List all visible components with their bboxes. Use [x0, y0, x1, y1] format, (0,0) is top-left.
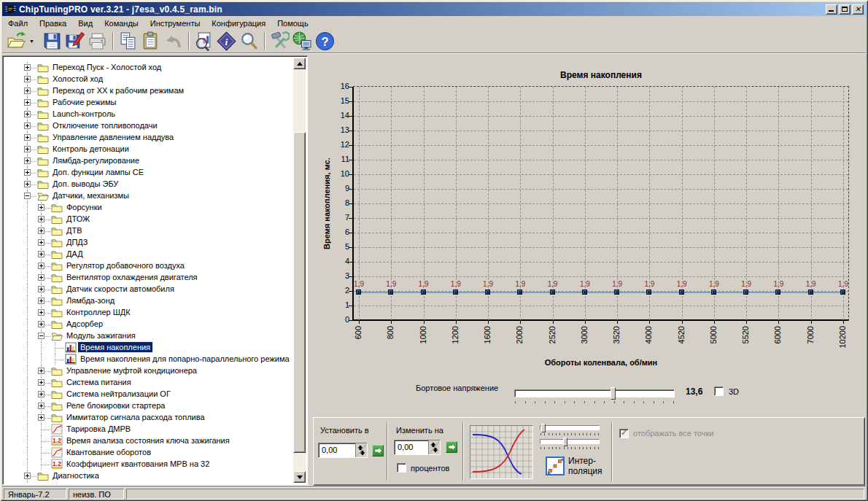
tree-item-label[interactable]: Лямбда-регулирование [50, 155, 142, 166]
data-point[interactable] [388, 290, 393, 295]
tree-item-23[interactable]: Адсорбер [4, 319, 293, 330]
tree-item-label[interactable]: Скоростной протокол [50, 482, 134, 483]
smoothing-slider-top-track[interactable] [540, 425, 600, 430]
info-button[interactable]: i [217, 31, 236, 51]
tree-item-22[interactable]: Контроллер ШДК [4, 307, 293, 319]
tree-item-label[interactable]: ДАД [64, 249, 85, 259]
tree-item-36[interactable]: Диагностика [4, 470, 293, 482]
tree-item-label-selected[interactable]: Время накопления [78, 342, 152, 352]
parameter-tree[interactable]: Переход Пуск - Холостой ходХолостой ходП… [4, 58, 293, 483]
minimize-button[interactable] [826, 4, 837, 15]
undo-button[interactable] [163, 31, 183, 51]
tree-item-label[interactable]: Квантование оборотов [64, 447, 153, 457]
expand-plus-box[interactable] [38, 321, 44, 327]
percent-checkbox[interactable] [397, 463, 406, 473]
data-point[interactable] [775, 290, 780, 295]
preview-button[interactable] [194, 31, 214, 51]
data-point[interactable] [808, 290, 813, 295]
tree-item-27[interactable]: Управление муфтой кондиционера [4, 365, 293, 377]
tree-item-26[interactable]: Время накопления для попарно-параллельно… [4, 354, 293, 365]
tree-item-30[interactable]: Реле блокировки стартера [4, 400, 293, 412]
tree-item-31[interactable]: Иммитатор сигнала расхода топлива [4, 412, 293, 424]
tree-item-label[interactable]: Доп. функции лампы СЕ [50, 167, 146, 177]
expand-plus-box[interactable] [24, 146, 31, 152]
expand-plus-box[interactable] [24, 76, 31, 82]
data-point[interactable] [743, 290, 748, 295]
tree-item-24[interactable]: Модуль зажигания [4, 330, 293, 342]
expand-plus-box[interactable] [24, 99, 31, 106]
voltage-slider-thumb[interactable] [611, 387, 616, 400]
expand-plus-box[interactable] [38, 379, 44, 386]
tree-item-label[interactable]: Переход от XX к рабочим режимам [50, 85, 186, 96]
data-point[interactable] [840, 290, 845, 295]
tree-item-label[interactable]: Регулятор добавочного воздуха [64, 260, 187, 271]
expand-plus-box[interactable] [38, 286, 44, 292]
tree-item-label[interactable]: Реле блокировки стартера [64, 400, 167, 411]
menu-Инструменты[interactable]: Инструменты [144, 18, 206, 29]
tree-item-5[interactable]: Launch-контроль [4, 109, 293, 120]
save-button[interactable] [42, 31, 62, 51]
open-file-button[interactable] [7, 31, 26, 51]
expand-plus-box[interactable] [24, 473, 31, 479]
tree-item-34[interactable]: Квантование оборотов [4, 447, 293, 459]
tree-item-label[interactable]: Холостой ход [50, 74, 105, 84]
tree-item-label[interactable]: Диагностика [50, 470, 101, 481]
tree-item-label[interactable]: Рабочие режимы [50, 97, 118, 107]
tree-item-37[interactable]: Скоростной протокол [4, 482, 293, 483]
apply-set-button[interactable] [372, 445, 384, 457]
apply-change-button[interactable] [446, 441, 457, 453]
open-dropdown-arrow[interactable]: ▼ [29, 31, 36, 51]
tree-item-20[interactable]: Датчик скорости автомобиля [4, 284, 293, 295]
tree-item-label[interactable]: Модуль зажигания [64, 330, 138, 341]
set-to-value[interactable]: 0,00 [319, 443, 355, 457]
tree-item-14[interactable]: ДТОЖ [4, 214, 293, 225]
expand-plus-box[interactable] [38, 239, 44, 246]
search-button[interactable] [239, 31, 259, 51]
tree-item-10[interactable]: Доп. функции лампы СЕ [4, 167, 293, 179]
tree-item-label[interactable]: Датчик скорости автомобиля [64, 284, 177, 294]
voltage-slider[interactable] [514, 387, 675, 405]
smoothing-slider-bottom-thumb[interactable] [563, 438, 567, 446]
tree-item-label[interactable]: Лямбда-зонд [64, 295, 117, 306]
tree-item-25[interactable]: Время накопления [4, 342, 293, 354]
tree-item-29[interactable]: Система нейтрализации ОГ [4, 389, 293, 400]
tree-item-11[interactable]: Доп. выводы ЭБУ [4, 179, 293, 190]
tree-item-label[interactable]: Отключение топливоподачи [50, 120, 160, 131]
tree-item-17[interactable]: ДАД [4, 249, 293, 260]
data-point[interactable] [421, 290, 426, 295]
expand-plus-box[interactable] [38, 216, 44, 222]
menu-Помощь[interactable]: Помощь [271, 18, 314, 29]
print-button[interactable] [88, 31, 107, 51]
tree-item-6[interactable]: Отключение топливоподачи [4, 120, 293, 132]
tree-item-19[interactable]: Вентилятор охлаждения двигателя [4, 272, 293, 284]
expand-plus-box[interactable] [24, 64, 31, 71]
expand-plus-box[interactable] [38, 228, 44, 234]
expand-plus-box[interactable] [24, 88, 31, 94]
data-point[interactable] [646, 290, 651, 295]
expand-plus-box[interactable] [24, 169, 31, 176]
curve-shape-button[interactable] [470, 425, 533, 479]
expand-plus-box[interactable] [38, 298, 44, 304]
tree-item-label[interactable]: Контроллер ШДК [64, 307, 133, 317]
tree-item-label[interactable]: Вентилятор охлаждения двигателя [64, 272, 200, 282]
tree-item-label[interactable]: ДПДЗ [64, 237, 90, 247]
data-point[interactable] [614, 290, 619, 295]
tree-item-label[interactable]: Время накопления для попарно-параллельно… [78, 354, 292, 364]
menu-Команды[interactable]: Команды [98, 18, 144, 29]
data-point[interactable] [550, 290, 555, 295]
tree-item-9[interactable]: Лямбда-регулирование [4, 155, 293, 167]
data-point[interactable] [453, 290, 458, 295]
expand-plus-box[interactable] [38, 391, 44, 397]
expand-plus-box[interactable] [24, 123, 31, 129]
data-point[interactable] [679, 290, 684, 295]
tree-item-label[interactable]: Адсорбер [64, 319, 105, 329]
expand-plus-box[interactable] [38, 368, 44, 374]
network-button[interactable] [292, 31, 312, 51]
tree-item-28[interactable]: Система питания [4, 377, 293, 389]
change-by-spinner[interactable] [428, 440, 440, 454]
tree-item-label[interactable]: Иммитатор сигнала расхода топлива [64, 412, 207, 422]
save-as-button[interactable] [65, 31, 85, 51]
tree-item-13[interactable]: Форсунки [4, 202, 293, 214]
data-point[interactable] [582, 290, 587, 295]
collapse-minus-box[interactable] [38, 333, 44, 339]
